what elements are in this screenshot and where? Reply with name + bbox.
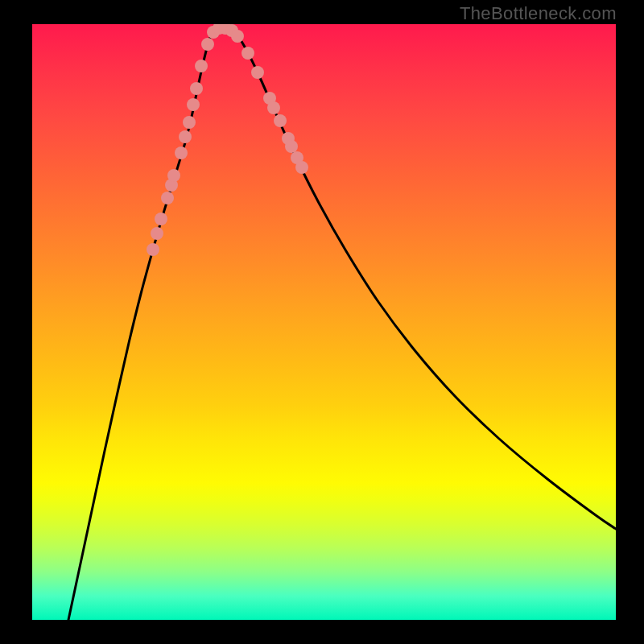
- marker-dot: [155, 213, 167, 225]
- marker-dot: [187, 98, 200, 111]
- chart-svg: [32, 24, 616, 620]
- plot-area: [32, 24, 616, 620]
- marker-dot: [195, 60, 208, 72]
- marker-dot: [242, 47, 254, 60]
- marker-dot: [175, 147, 188, 159]
- curve-line: [68, 27, 616, 620]
- marker-dot: [151, 227, 163, 240]
- marker-dot: [285, 140, 298, 153]
- marker-dot: [147, 243, 159, 256]
- watermark-text: TheBottleneck.com: [460, 3, 617, 24]
- marker-dot: [183, 116, 196, 129]
- marker-dot: [267, 101, 280, 114]
- marker-dot: [251, 66, 264, 79]
- marker-dot: [161, 192, 174, 204]
- marker-group: [147, 24, 308, 256]
- marker-dot: [295, 161, 308, 174]
- chart-container: TheBottleneck.com: [0, 0, 644, 644]
- marker-dot: [190, 82, 203, 95]
- marker-dot: [201, 38, 214, 51]
- marker-dot: [274, 114, 287, 127]
- marker-dot: [231, 30, 244, 43]
- marker-dot: [167, 169, 180, 182]
- marker-dot: [179, 130, 192, 143]
